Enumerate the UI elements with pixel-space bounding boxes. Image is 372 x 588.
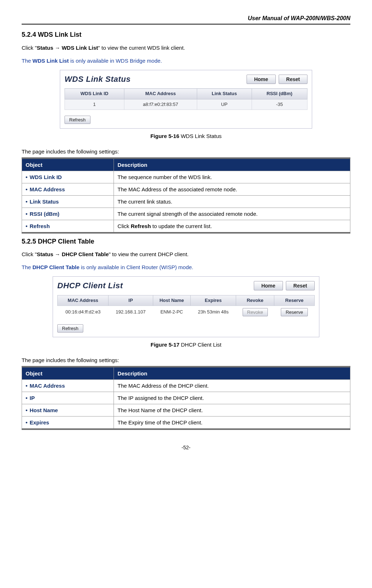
refresh-button[interactable]: Refresh: [65, 116, 90, 124]
settings-table-525: Object Description •MAC Address The MAC …: [22, 367, 350, 429]
figure-caption-516: Figure 5-16 WDS Link Status: [22, 132, 350, 140]
revoke-button[interactable]: Revoke: [243, 308, 268, 316]
cell-host: ENM-2-PC: [153, 306, 191, 318]
section-heading-524: 5.2.4 WDS Link List: [22, 30, 350, 39]
th-object: Object: [22, 367, 114, 379]
wds-link-status-panel: WDS Link Status Home Reset WDS Link ID M…: [60, 70, 312, 129]
cell-id: 1: [65, 99, 124, 110]
cell-expires: 23h 53min 48s: [191, 306, 236, 318]
refresh-button[interactable]: Refresh: [57, 324, 83, 333]
home-button[interactable]: Home: [254, 281, 283, 290]
table-row: •MAC Address The MAC Address of the DHCP…: [22, 379, 350, 392]
col-link-status: Link Status: [197, 89, 252, 99]
col-mac: MAC Address: [58, 295, 108, 306]
table-row: •MAC Address The MAC Address of the asso…: [22, 183, 350, 195]
col-revoke: Revoke: [236, 295, 274, 306]
cell-status: UP: [197, 99, 252, 110]
cell-ip: 192.168.1.107: [108, 306, 153, 318]
settings-intro-524: The page includes the following settings…: [22, 148, 350, 155]
table-row: •Host Name The Host Name of the DHCP cli…: [22, 404, 350, 416]
table-bottom-rule-524: [22, 232, 350, 233]
reserve-button[interactable]: Reserve: [281, 308, 307, 316]
mode-note-524: The WDS Link List is only available in W…: [22, 57, 350, 64]
panel-title-dhcp: DHCP Client List: [57, 280, 251, 291]
table-row: •Refresh Click Refresh to update the cur…: [22, 220, 350, 232]
reset-button[interactable]: Reset: [286, 281, 315, 290]
table-row: 1 a8:f7:e0:2f:83:57 UP -35: [65, 99, 307, 110]
figure-caption-517: Figure 5-17 DHCP Client List: [22, 341, 350, 348]
settings-table-524: Object Description •WDS Link ID The sequ…: [22, 159, 350, 232]
th-description: Description: [114, 159, 350, 171]
dhcp-table: MAC Address IP Host Name Expires Revoke …: [57, 295, 315, 318]
table-bottom-rule-525: [22, 429, 350, 430]
home-button[interactable]: Home: [247, 75, 276, 84]
table-row: •IP The IP assigned to the DHCP client.: [22, 392, 350, 404]
cell-mac: a8:f7:e0:2f:83:57: [124, 99, 197, 110]
col-host: Host Name: [153, 295, 191, 306]
mode-note-525: The DHCP Client Table is only available …: [22, 263, 350, 271]
table-row: •Link Status The current link status.: [22, 195, 350, 208]
col-expires: Expires: [191, 295, 236, 306]
wds-table: WDS Link ID MAC Address Link Status RSSI…: [65, 88, 307, 110]
dhcp-client-list-panel: DHCP Client List Home Reset MAC Address …: [53, 276, 319, 337]
table-row: •WDS Link ID The sequence number of the …: [22, 171, 350, 183]
nav-instruction-524: Click "Status → WDS Link List" to view t…: [22, 44, 350, 52]
col-wds-link-id: WDS Link ID: [65, 89, 124, 99]
table-row: 00:16:d4:ff:d2:e3 192.168.1.107 ENM-2-PC…: [58, 306, 315, 318]
page-number: -52-: [22, 444, 350, 451]
th-object: Object: [22, 159, 114, 171]
col-reserve: Reserve: [274, 295, 315, 306]
section-heading-525: 5.2.5 DHCP Client Table: [22, 237, 350, 246]
header-rule: [22, 24, 350, 24]
nav-instruction-525: Click "Status → DHCP Client Table" to vi…: [22, 250, 350, 258]
col-ip: IP: [108, 295, 153, 306]
col-rssi: RSSI (dBm): [252, 89, 307, 99]
cell-rssi: -35: [252, 99, 307, 110]
reset-button[interactable]: Reset: [279, 75, 307, 84]
col-mac-address: MAC Address: [124, 89, 197, 99]
settings-intro-525: The page includes the following settings…: [22, 356, 350, 364]
cell-mac: 00:16:d4:ff:d2:e3: [58, 306, 108, 318]
panel-title-wds: WDS Link Status: [65, 74, 244, 85]
th-description: Description: [114, 367, 350, 379]
table-row: •Expires The Expiry time of the DHCP cli…: [22, 416, 350, 428]
header-title: User Manual of WAP-200N/WBS-200N: [22, 14, 350, 22]
table-row: •RSSI (dBm) The current signal strength …: [22, 208, 350, 220]
